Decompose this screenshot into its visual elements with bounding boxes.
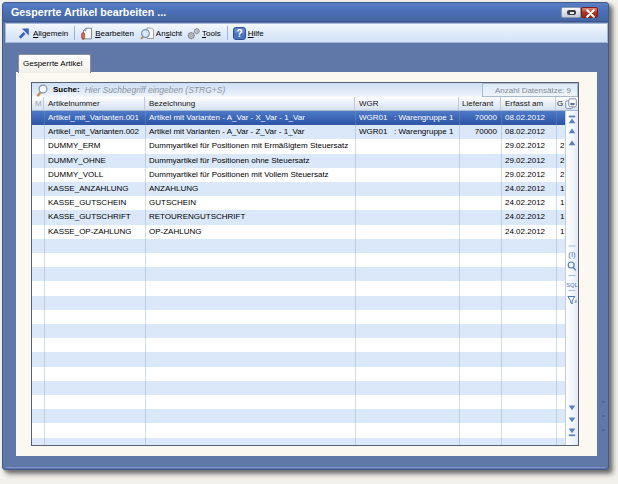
svg-text:?: ? [236, 28, 242, 39]
svg-text:SQL: SQL [566, 282, 578, 288]
svg-text:(I): (I) [568, 250, 576, 259]
